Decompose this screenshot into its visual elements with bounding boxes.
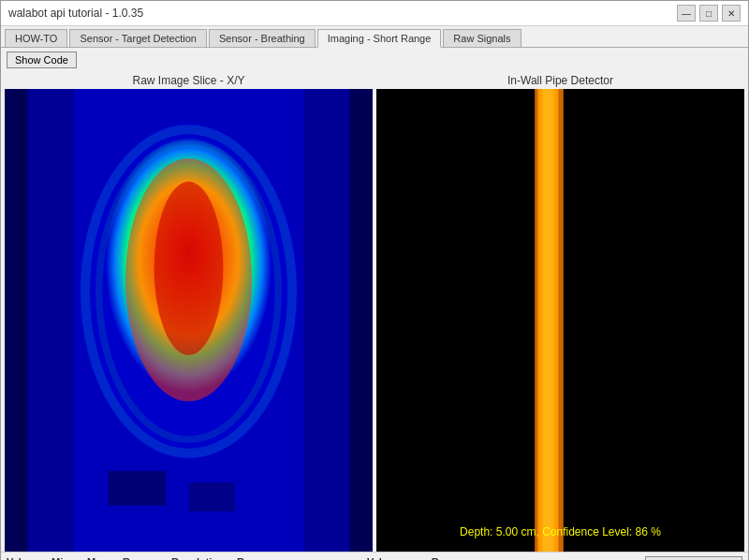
header-max: Max: [87, 556, 123, 560]
window-title: walabot api tutorial - 1.0.35: [8, 7, 143, 20]
tab-howto[interactable]: HOW-TO: [5, 29, 67, 47]
depth-label: Depth: 5.00 cm, Confidence Level: 86 %: [376, 525, 744, 538]
svg-rect-9: [189, 482, 235, 511]
right-header-value: Value: [367, 556, 394, 560]
controls-section: Value Min Max Range Resolution Range Z […: [1, 552, 748, 560]
header-range: Range: [123, 556, 171, 560]
left-panel-title: Raw Image Slice - X/Y: [5, 72, 373, 89]
tab-sensor-target[interactable]: Sensor - Target Detection: [69, 29, 207, 47]
maximize-button[interactable]: □: [699, 5, 718, 22]
imaging-btn-container: Imaging Tutorial: [636, 556, 742, 560]
tab-sensor-breathing[interactable]: Sensor - Breathing: [209, 29, 316, 47]
close-button[interactable]: ✕: [722, 5, 741, 22]
svg-rect-8: [109, 471, 166, 506]
left-controls: Value Min Max Range Resolution Range Z […: [7, 556, 352, 560]
right-controls-header: Value Range: [367, 556, 636, 560]
imaging-tutorial-button[interactable]: Imaging Tutorial: [645, 556, 742, 560]
header-value: Value: [7, 556, 51, 560]
tab-bar: HOW-TO Sensor - Target Detection Sensor …: [1, 26, 748, 48]
controls-header: Value Min Max Range Resolution Range: [7, 556, 352, 560]
minimize-button[interactable]: —: [677, 5, 696, 22]
heatmap-image: [5, 89, 373, 552]
header-res-range: Range: [237, 556, 286, 560]
svg-point-5: [154, 182, 224, 355]
header-min: Min: [51, 556, 87, 560]
svg-rect-17: [541, 89, 555, 552]
pipe-detector-image: [376, 89, 744, 552]
window-controls: — □ ✕: [677, 5, 741, 22]
tab-raw-signals[interactable]: Raw Signals: [443, 29, 521, 47]
main-window: walabot api tutorial - 1.0.35 — □ ✕ HOW-…: [0, 0, 749, 560]
pipe-detector-container: Depth: 5.00 cm, Confidence Level: 86 %: [376, 89, 744, 552]
right-panel: In-Wall Pipe Detector Depth: 5.00 cm, Co…: [376, 72, 744, 552]
toolbar: Show Code: [1, 48, 748, 72]
svg-rect-12: [349, 89, 373, 552]
right-controls: Value Range Threshold: [0 - 100]: [352, 556, 636, 560]
left-panel: Raw Image Slice - X/Y: [5, 72, 373, 552]
right-panel-title: In-Wall Pipe Detector: [376, 72, 744, 89]
show-code-button[interactable]: Show Code: [7, 52, 77, 68]
tab-imaging-short-range[interactable]: Imaging - Short Range: [317, 29, 442, 48]
right-header-range: Range: [432, 556, 463, 560]
title-bar: walabot api tutorial - 1.0.35 — □ ✕: [1, 1, 748, 26]
heatmap-container: [5, 89, 373, 552]
svg-rect-11: [5, 89, 28, 552]
header-resolution: Resolution: [171, 556, 237, 560]
panels: Raw Image Slice - X/Y: [1, 72, 748, 552]
